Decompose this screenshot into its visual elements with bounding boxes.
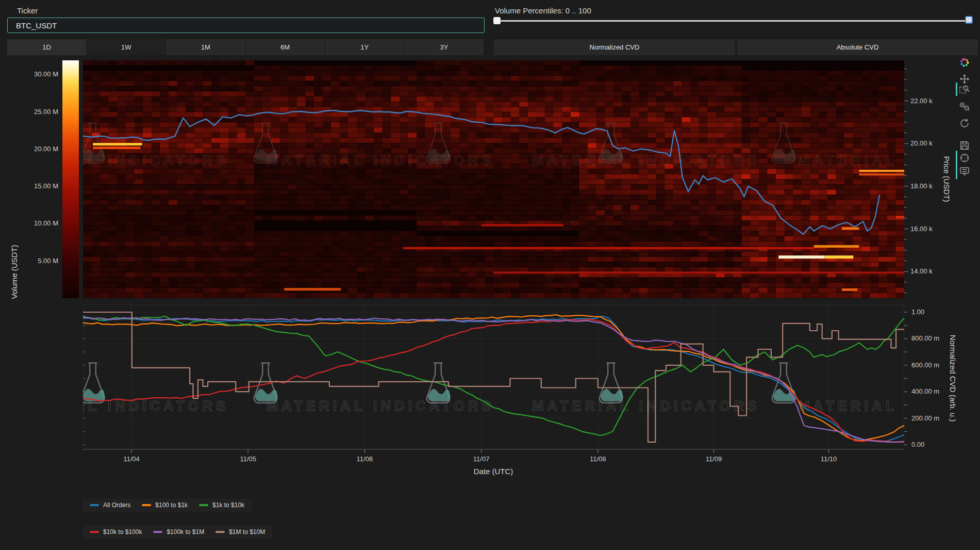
legend-item-2[interactable]: $1k to $10k bbox=[199, 502, 244, 509]
absolute-cvd-button[interactable]: Absolute CVD bbox=[737, 39, 978, 55]
legend-item-5[interactable]: $1M to $10M bbox=[215, 528, 265, 536]
legend-item-3[interactable]: $10k to $100k bbox=[90, 528, 142, 536]
cvd-tick-label: 800.00 m bbox=[911, 334, 939, 342]
legend-label: $100k to $1M bbox=[167, 528, 204, 536]
normalized-cvd-button[interactable]: Normalized CVD bbox=[494, 39, 735, 55]
date-tick-label: 11/07 bbox=[469, 455, 494, 463]
range-button-3y[interactable]: 3Y bbox=[405, 39, 484, 55]
date-tick-label: 11/09 bbox=[701, 455, 726, 463]
cvd-axis-title: Normalized CVD (arb. u.) bbox=[949, 335, 957, 422]
legend-dash-icon bbox=[90, 531, 99, 533]
volume-tick-label: 5.00 M bbox=[30, 257, 58, 265]
legend-dash-icon bbox=[199, 504, 208, 506]
date-tick-label: 11/06 bbox=[352, 455, 377, 463]
autoscale-icon[interactable] bbox=[959, 118, 970, 129]
date-tick-label: 11/05 bbox=[235, 455, 261, 463]
date-tick-label: 11/08 bbox=[585, 455, 611, 463]
volume-tick-label: 20.00 M bbox=[30, 145, 58, 153]
legend-label: $1k to $10k bbox=[212, 502, 244, 509]
range-button-1m[interactable]: 1M bbox=[166, 39, 245, 55]
cvd-tick-label: 1.00 bbox=[911, 308, 924, 316]
cvd-tick-label: 600.00 m bbox=[911, 361, 939, 369]
legend-dash-icon bbox=[215, 531, 225, 533]
cvd-series-2 bbox=[83, 316, 904, 435]
volume-colorbar bbox=[62, 60, 79, 298]
cvd-series-5 bbox=[83, 312, 904, 442]
app-root: Ticker 1D1W1M6M1Y3Y Volume Percentiles: … bbox=[0, 0, 980, 550]
price-axis-title: Price (USDT) bbox=[942, 156, 951, 202]
legend-item-4[interactable]: $100k to $1M bbox=[153, 528, 204, 536]
cvd-tick-label: 400.00 m bbox=[911, 387, 939, 395]
cvd-series-0 bbox=[83, 316, 904, 442]
range-button-1d[interactable]: 1D bbox=[7, 39, 86, 55]
cvd-series-1 bbox=[83, 315, 904, 441]
percentile-slider-track[interactable] bbox=[497, 20, 969, 22]
range-button-group: 1D1W1M6M1Y3Y bbox=[7, 39, 484, 55]
price-tick-label: 14.00 k bbox=[910, 267, 933, 275]
hover-labels-icon[interactable] bbox=[959, 166, 970, 177]
cvd-series-4 bbox=[83, 317, 904, 442]
volume-axis-title: Volume (USDT) bbox=[10, 245, 19, 299]
legend-label: $100 to $1k bbox=[155, 502, 188, 509]
legend-dash-icon bbox=[90, 504, 99, 506]
percentile-slider-handle-min[interactable] bbox=[493, 17, 501, 24]
cvd-tick-label: 0.00 bbox=[911, 441, 924, 448]
box-zoom-icon[interactable] bbox=[959, 84, 970, 95]
ticker-label: Ticker bbox=[17, 6, 38, 15]
legend-row-2: $10k to $100k$100k to $1M$1M to $10M bbox=[82, 525, 272, 539]
plotly-logo-icon[interactable] bbox=[959, 57, 970, 68]
cvd-line-chart[interactable] bbox=[83, 304, 904, 455]
legend-item-1[interactable]: $100 to $1k bbox=[142, 502, 188, 509]
zoom-in-out-icon[interactable] bbox=[959, 101, 970, 112]
range-button-1w[interactable]: 1W bbox=[87, 39, 165, 55]
price-tick-label: 20.00 k bbox=[910, 139, 933, 147]
legend-label: $1M to $10M bbox=[229, 528, 265, 536]
save-icon[interactable] bbox=[959, 140, 970, 151]
price-axis-ticks bbox=[904, 60, 911, 298]
price-tick-label: 16.00 k bbox=[910, 225, 933, 233]
price-line-chart bbox=[83, 60, 904, 298]
volume-tick-label: 10.00 M bbox=[30, 219, 58, 227]
cvd-tick-label: 200.00 m bbox=[911, 414, 939, 422]
date-tick-label: 11/04 bbox=[119, 455, 144, 463]
legend-dash-icon bbox=[142, 504, 151, 506]
volume-tick-label: 15.00 M bbox=[30, 182, 58, 190]
date-axis-title: Date (UTC) bbox=[474, 467, 513, 476]
legend-label: All Orders bbox=[103, 502, 130, 509]
modebar-active-indicator-zoom bbox=[956, 83, 957, 96]
crosshair-icon[interactable] bbox=[959, 152, 970, 164]
percentile-slider-handle-max[interactable] bbox=[965, 16, 973, 24]
modebar-active-indicator-hover bbox=[956, 151, 957, 179]
price-line-series bbox=[83, 110, 879, 234]
legend-item-0[interactable]: All Orders bbox=[90, 502, 130, 509]
volume-percentiles-label: Volume Percentiles: 0 .. 100 bbox=[495, 6, 591, 15]
range-button-6m[interactable]: 6M bbox=[246, 39, 325, 55]
price-tick-label: 18.00 k bbox=[910, 182, 933, 190]
legend-row-1: All Orders$100 to $1k$1k to $10k bbox=[82, 498, 252, 512]
ticker-input[interactable] bbox=[7, 18, 485, 33]
volume-tick-label: 25.00 M bbox=[30, 108, 58, 116]
volume-tick-label: 30.00 M bbox=[30, 70, 58, 78]
legend-dash-icon bbox=[153, 531, 162, 533]
legend-label: $10k to $100k bbox=[103, 528, 142, 536]
date-tick-label: 11/10 bbox=[816, 455, 841, 463]
price-tick-label: 22.00 k bbox=[910, 97, 933, 105]
pan-icon[interactable] bbox=[959, 73, 970, 85]
range-button-1y[interactable]: 1Y bbox=[325, 39, 404, 55]
